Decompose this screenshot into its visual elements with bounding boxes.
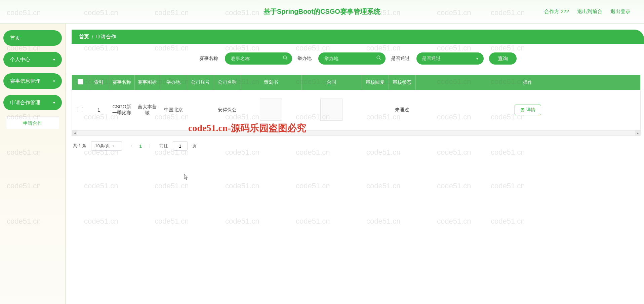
exit-to-front-link[interactable]: 退出到前台 (577, 8, 602, 15)
goto-page-input[interactable] (173, 141, 188, 151)
sidebar-item-label: 个人中心 (10, 56, 30, 63)
breadcrumb-separator: / (92, 34, 93, 40)
select-all-checkbox[interactable] (78, 79, 83, 84)
table-header-row: 索引 赛事名称 赛事图标 举办地 公司账号 公司名称 策划书 合同 审核回复 审… (72, 75, 640, 90)
page-size-select[interactable]: 10条/页 ▾ (91, 141, 122, 151)
sidebar-item-apply-manage[interactable]: 申请合作管理 ▾ (3, 95, 62, 110)
query-button[interactable]: 查询 (489, 52, 517, 65)
th-name: 赛事名称 (109, 75, 134, 90)
page-number[interactable]: 1 (139, 144, 142, 149)
sidebar-item-event-manage[interactable]: 赛事信息管理 ▾ (3, 73, 62, 89)
cell-icon: 茜大本营城 (134, 90, 160, 130)
goto-suffix: 页 (192, 143, 197, 149)
cell-location: 中国北京 (160, 90, 187, 130)
chevron-down-icon: ▾ (476, 56, 478, 61)
search-row: 赛事名称 举办地 是否通过 是否通过 ▾ 查询 (72, 44, 644, 75)
goto-label: 前往 (159, 143, 168, 149)
cell-plan (241, 90, 301, 130)
breadcrumb-current: 申请合作 (96, 34, 116, 40)
topbar-right: 合作方 222 退出到前台 退出登录 (544, 8, 631, 15)
th-plan: 策划书 (241, 75, 301, 90)
sidebar-item-home[interactable]: 首页 (3, 30, 62, 46)
search-name-label: 赛事名称 (199, 55, 218, 62)
search-loc-label: 举办地 (297, 55, 312, 62)
search-pass-select[interactable]: 是否通过 ▾ (416, 52, 484, 65)
cell-name: CSGO新一季比赛 (109, 90, 134, 130)
contract-image[interactable] (320, 99, 343, 121)
top-bar: 基于SpringBoot的CSGO赛事管理系统 合作方 222 退出到前台 退出… (0, 0, 644, 24)
cell-index: 1 (89, 90, 109, 130)
th-location: 举办地 (160, 75, 187, 90)
partner-info: 合作方 222 (544, 8, 569, 15)
select-placeholder: 是否通过 (422, 55, 441, 62)
logout-link[interactable]: 退出登录 (610, 8, 631, 15)
chevron-down-icon: ▾ (53, 79, 55, 83)
pagination: 共 1 条 10条/页 ▾ 〈 1 〉 前往 页 (72, 136, 644, 156)
detail-button[interactable]: 详情 (515, 105, 541, 115)
chevron-down-icon: ▾ (53, 58, 55, 62)
breadcrumb-home[interactable]: 首页 (79, 34, 89, 40)
th-company: 公司名称 (214, 75, 241, 90)
cell-contract (301, 90, 362, 130)
th-icon: 赛事图标 (134, 75, 160, 90)
th-index: 索引 (89, 75, 109, 90)
pagination-total: 共 1 条 (73, 143, 86, 149)
sidebar-item-label: 首页 (10, 35, 20, 41)
th-action: 操作 (415, 75, 640, 90)
th-reply: 审核回复 (362, 75, 389, 90)
cell-action: 详情 (415, 90, 640, 130)
chevron-down-icon: ▾ (53, 101, 55, 105)
search-loc-input[interactable] (318, 52, 386, 65)
sidebar-item-label: 赛事信息管理 (10, 78, 40, 84)
page-next-button[interactable]: 〉 (147, 143, 155, 149)
horizontal-scrollbar[interactable]: ◂ ▸ (72, 130, 640, 136)
data-table: 索引 赛事名称 赛事图标 举办地 公司账号 公司名称 策划书 合同 审核回复 审… (72, 75, 640, 130)
sidebar: 首页 个人中心 ▾ 赛事信息管理 ▾ 申请合作管理 ▾ 申请合作 (0, 24, 66, 304)
scroll-left-icon[interactable]: ◂ (72, 130, 77, 136)
search-pass-label: 是否通过 (391, 55, 410, 62)
cell-account (187, 90, 214, 130)
row-checkbox[interactable] (78, 107, 83, 112)
search-name-input[interactable] (225, 52, 292, 65)
th-contract: 合同 (301, 75, 362, 90)
sidebar-item-profile[interactable]: 个人中心 ▾ (3, 52, 62, 67)
breadcrumb: 首页 / 申请合作 (72, 30, 644, 44)
data-table-wrap: 索引 赛事名称 赛事图标 举办地 公司账号 公司名称 策划书 合同 审核回复 审… (72, 75, 641, 136)
main-content: 首页 / 申请合作 赛事名称 举办地 是否通过 是否通过 (66, 24, 644, 304)
cell-reply (362, 90, 389, 130)
cell-status: 未通过 (389, 90, 415, 130)
app-title: 基于SpringBoot的CSGO赛事管理系统 (264, 7, 380, 16)
chevron-down-icon: ▾ (113, 144, 114, 148)
sidebar-submenu-apply[interactable]: 申请合作 (6, 116, 59, 129)
cell-company: 安得保公 (214, 90, 241, 130)
document-icon (520, 108, 525, 112)
th-account: 公司账号 (187, 75, 214, 90)
sidebar-item-label: 申请合作管理 (10, 100, 40, 106)
plan-image[interactable] (260, 99, 282, 121)
table-row: 1 CSGO新一季比赛 茜大本营城 中国北京 安得保公 未通过 (72, 90, 640, 130)
th-status: 审核状态 (389, 75, 415, 90)
scroll-right-icon[interactable]: ▸ (635, 130, 640, 136)
page-prev-button[interactable]: 〈 (127, 143, 135, 149)
